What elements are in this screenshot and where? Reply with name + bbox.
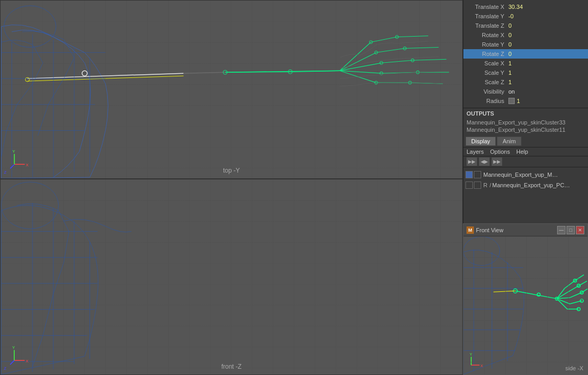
- svg-text:Z: Z: [4, 170, 7, 175]
- svg-line-25: [397, 36, 428, 37]
- mesh-top-viewport: X Y Z: [1, 1, 462, 178]
- svg-line-15: [371, 37, 397, 42]
- layer-row-1[interactable]: R / Mannequin_Export_yup_PC…: [463, 180, 588, 190]
- rotate-z-label: Rotate Z: [467, 51, 508, 57]
- sub-menu: Layers Options Help: [463, 147, 588, 156]
- front-view-window: M Front View — □ ✕: [463, 223, 588, 375]
- radius-value: 1: [517, 98, 585, 104]
- translate-y-label: Translate Y: [467, 13, 508, 19]
- prop-translate-y: Translate Y -0: [463, 12, 588, 21]
- svg-line-30: [184, 72, 226, 73]
- scale-z-label: Scale Z: [467, 79, 508, 85]
- prop-radius: Radius 1: [463, 96, 588, 106]
- svg-point-35: [4, 6, 56, 48]
- viewport-top[interactable]: X Y Z top -Y: [0, 0, 463, 179]
- layer-row-0[interactable]: Mannequin_Export_yup_M…: [463, 169, 588, 180]
- output-item-0: Mannequin_Export_yup_skinCluster33: [467, 119, 585, 126]
- prop-translate-z: Translate Z 0: [463, 21, 588, 30]
- rotate-y-label: Rotate Y: [467, 41, 508, 48]
- minimize-button[interactable]: —: [557, 226, 565, 234]
- svg-text:Y: Y: [12, 149, 15, 154]
- layer-list: Mannequin_Export_yup_M… R / Mannequin_Ex…: [463, 167, 588, 192]
- layer-name-1: Mannequin_Export_yup_PC…: [492, 182, 570, 188]
- output-item-1: Mannequin_Export_yup_skinCluster11: [467, 126, 585, 133]
- restore-button[interactable]: □: [567, 226, 575, 234]
- scale-y-label: Scale Y: [467, 70, 508, 76]
- prop-rotate-x: Rotate X 0: [463, 30, 588, 40]
- axis-top: X Y Z: [4, 149, 29, 175]
- svg-line-26: [405, 47, 439, 48]
- svg-line-73: [10, 360, 14, 365]
- svg-line-27: [413, 59, 447, 60]
- tab-anim[interactable]: Anim: [497, 137, 522, 146]
- outputs-title: OUTPUTS: [467, 110, 585, 117]
- prop-visibility: Visibility on: [463, 87, 588, 96]
- grid-background-front: [463, 236, 587, 374]
- svg-line-0: [27, 73, 183, 78]
- front-view-title: Front View: [476, 227, 556, 233]
- toolbar-icon-3[interactable]: ▶▶: [492, 157, 502, 166]
- layer-r-1: R: [483, 182, 487, 188]
- sub-menu-layers[interactable]: Layers: [467, 149, 484, 155]
- radius-slider[interactable]: [508, 98, 515, 104]
- rotate-y-value: 0: [508, 41, 585, 48]
- outputs-section: OUTPUTS Mannequin_Export_yup_skinCluster…: [463, 108, 588, 135]
- svg-line-5: [340, 42, 371, 71]
- rotate-x-value: 0: [508, 32, 585, 38]
- translate-z-value: 0: [508, 22, 585, 29]
- prop-scale-z: Scale Z 1: [463, 77, 588, 87]
- viewports-area: X Y Z top -Y: [0, 0, 463, 375]
- tab-display[interactable]: Display: [465, 137, 496, 146]
- svg-text:X: X: [26, 163, 29, 167]
- prop-scale-x: Scale X 1: [463, 59, 588, 68]
- svg-line-16: [376, 48, 405, 52]
- translate-x-value: 30.34: [508, 4, 585, 10]
- scale-y-value: 1: [508, 70, 585, 76]
- m-icon: M: [467, 226, 474, 234]
- svg-line-33: [225, 72, 290, 72]
- scale-z-value: 1: [508, 79, 585, 85]
- sub-menu-help[interactable]: Help: [516, 149, 528, 155]
- toolbar-icons: ▶▶ ◀▶ ▶▶: [463, 156, 588, 167]
- toolbar-icon-1[interactable]: ▶▶: [467, 157, 477, 166]
- translate-z-label: Translate Z: [467, 22, 508, 29]
- radius-label: Radius: [467, 98, 508, 104]
- layer-anim-1: [474, 181, 481, 189]
- svg-text:Y: Y: [12, 345, 15, 350]
- prop-rotate-y: Rotate Y 0: [463, 40, 588, 49]
- visibility-label: Visibility: [467, 88, 508, 95]
- translate-y-value: -0: [508, 13, 585, 19]
- svg-point-2: [82, 71, 87, 76]
- svg-line-38: [10, 164, 14, 168]
- close-button[interactable]: ✕: [576, 226, 584, 234]
- scale-x-label: Scale X: [467, 60, 508, 66]
- visibility-value: on: [508, 88, 585, 95]
- translate-x-label: Translate X: [467, 4, 508, 10]
- layer-vis-0: [465, 171, 473, 178]
- prop-scale-y: Scale Y 1: [463, 68, 588, 77]
- properties-panel: Translate X 30.34 Translate Y -0 Transla…: [463, 0, 588, 108]
- viewport-bottom[interactable]: X Y Z front -Z: [0, 179, 463, 375]
- layer-vis-1: [465, 181, 473, 189]
- rotate-x-label: Rotate X: [467, 32, 508, 38]
- svg-line-34: [290, 71, 339, 72]
- toolbar-icon-2[interactable]: ◀▶: [479, 157, 490, 166]
- tab-bar: Display Anim: [463, 135, 588, 147]
- svg-text:X: X: [26, 359, 29, 363]
- rotate-z-value: 0: [508, 51, 585, 57]
- sub-menu-options[interactable]: Options: [490, 149, 510, 155]
- mesh-front-viewport: X Y Z: [1, 179, 462, 374]
- prop-rotate-z[interactable]: Rotate Z 0: [463, 49, 588, 59]
- front-view-viewport[interactable]: X Y side -X: [463, 236, 587, 374]
- front-view-titlebar: M Front View — □ ✕: [463, 224, 587, 236]
- svg-line-6: [340, 52, 376, 71]
- prop-translate-x: Translate X 30.34: [463, 2, 588, 12]
- svg-line-17: [381, 60, 413, 63]
- svg-text:Z: Z: [4, 366, 6, 371]
- scale-x-value: 1: [508, 60, 585, 66]
- layer-name-0: Mannequin_Export_yup_M…: [483, 172, 558, 178]
- layer-slash-1: /: [490, 182, 491, 188]
- front-view-side-label: side -X: [565, 365, 583, 371]
- layer-anim-0: [474, 171, 481, 178]
